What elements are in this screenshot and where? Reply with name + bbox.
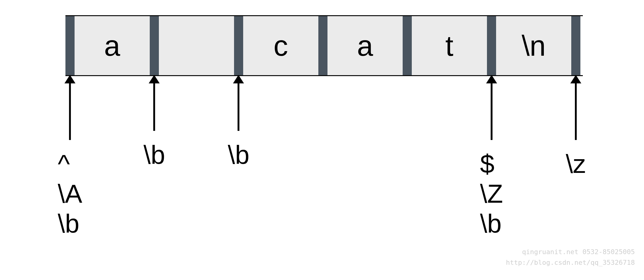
anchor-1-label-0: \b <box>144 140 165 170</box>
cell-5: \n <box>496 16 571 75</box>
anchor-2-labels: \b <box>228 140 250 170</box>
anchor-group-2: \b <box>228 76 250 170</box>
boundary-1 <box>150 16 159 75</box>
anchor-0-label-1: \A <box>58 179 82 209</box>
arrow-icon <box>69 82 71 140</box>
cell-3: a <box>327 16 403 75</box>
cell-0-char: a <box>104 29 120 62</box>
anchor-0-label-0: ^ <box>58 149 70 179</box>
cell-2: c <box>243 16 318 75</box>
character-cells-row: a c a t \n <box>65 15 583 76</box>
boundary-4 <box>403 16 412 75</box>
cell-3-char: a <box>357 29 373 62</box>
cell-0: a <box>75 16 150 75</box>
boundary-2 <box>234 16 243 75</box>
anchor-2-label-0: \b <box>228 140 250 170</box>
cell-5-char: \n <box>522 29 546 62</box>
arrow-icon <box>491 82 492 140</box>
anchor-group-5: $ \Z \b <box>480 76 503 238</box>
watermark-line-1: qingruanit.net 0532-85025005 <box>506 247 635 257</box>
anchor-1-labels: \b <box>144 140 165 170</box>
arrow-icon <box>153 82 155 131</box>
watermark-line-2: http://blog.csdn.net/qq_35326718 <box>506 257 635 268</box>
cell-4: t <box>412 16 487 75</box>
anchor-5-label-1: \Z <box>480 179 503 209</box>
anchor-6-labels: \z <box>566 149 586 179</box>
anchor-5-label-2: \b <box>480 209 502 239</box>
arrow-icon <box>238 82 240 131</box>
cell-1 <box>159 16 234 75</box>
anchor-annotations: ^ \A \b \b \b $ \Z \b <box>65 76 583 259</box>
boundary-6 <box>571 16 580 75</box>
anchor-6-label-0: \z <box>566 149 586 179</box>
boundary-0 <box>65 16 75 75</box>
anchor-group-0: ^ \A \b <box>58 76 82 238</box>
cell-4-char: t <box>445 29 453 62</box>
watermark: qingruanit.net 0532-85025005 http://blog… <box>506 247 635 268</box>
boundary-5 <box>487 16 496 75</box>
anchor-5-labels: $ \Z \b <box>480 149 503 238</box>
boundary-3 <box>318 16 327 75</box>
cell-2-char: c <box>274 29 288 62</box>
anchor-0-labels: ^ \A \b <box>58 149 82 238</box>
regex-anchor-diagram: a c a t \n ^ \A \b \b <box>65 15 583 259</box>
anchor-group-6: \z <box>566 76 586 179</box>
anchor-group-1: \b <box>144 76 165 170</box>
anchor-5-label-0: $ <box>480 149 494 179</box>
arrow-icon <box>575 82 577 140</box>
anchor-0-label-2: \b <box>58 209 79 239</box>
